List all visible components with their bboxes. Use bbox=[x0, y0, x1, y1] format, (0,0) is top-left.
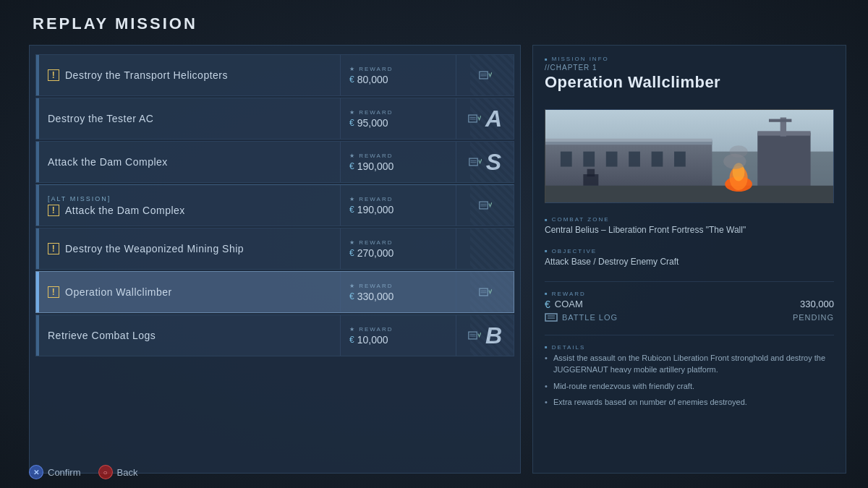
svg-rect-3 bbox=[469, 115, 477, 122]
detail-item: Extra rewards based on number of enemies… bbox=[545, 396, 834, 408]
control-btn-circle[interactable]: ○ bbox=[98, 465, 113, 479]
rank-badge: A bbox=[485, 106, 502, 132]
svg-rect-41 bbox=[545, 314, 557, 321]
mission-content: Retrieve Combat Logs bbox=[39, 315, 340, 356]
reward-label: ★ REWARD bbox=[349, 196, 447, 202]
objective-label: OBJECTIVE bbox=[545, 248, 834, 254]
euro-icon: € bbox=[349, 248, 354, 258]
reward-amount: 190,000 bbox=[357, 160, 394, 172]
mission-content: !Destroy the Transport Helicopters bbox=[39, 55, 340, 95]
log-check bbox=[468, 331, 481, 340]
svg-rect-40 bbox=[587, 169, 595, 176]
rank-badge: S bbox=[486, 149, 501, 176]
mission-name-text: Attack the Dam Complex bbox=[65, 205, 185, 216]
exclaim-icon: ! bbox=[48, 69, 59, 81]
svg-rect-9 bbox=[479, 202, 487, 209]
reward-value: € 10,000 bbox=[349, 334, 447, 346]
chapter-label: //CHAPTER 1 bbox=[545, 64, 834, 72]
mission-icons bbox=[456, 185, 514, 226]
mission-item-attack-dam-complex[interactable]: Attack the Dam Complex ★ REWARD € 190,00… bbox=[35, 141, 514, 183]
log-svg bbox=[479, 201, 492, 210]
svg-rect-0 bbox=[479, 72, 487, 79]
mission-item-retrieve-combat-logs[interactable]: Retrieve Combat Logs ★ REWARD € 10,000 B bbox=[35, 314, 514, 356]
mission-scene-svg bbox=[545, 110, 833, 203]
reward-amount: 80,000 bbox=[357, 74, 388, 85]
mission-icons bbox=[456, 55, 514, 95]
mission-list-panel[interactable]: !Destroy the Transport Helicopters ★ REW… bbox=[29, 45, 521, 474]
reward-currency: COAM bbox=[555, 299, 583, 309]
control-hint-confirm: ✕ Confirm bbox=[29, 465, 81, 479]
exclaim-icon: ! bbox=[48, 243, 59, 254]
mission-content: !Destroy the Weaponized Mining Ship bbox=[39, 228, 340, 269]
log-check bbox=[468, 114, 481, 123]
reward-label: ★ REWARD bbox=[349, 66, 447, 72]
mission-item-attack-dam-complex-alt[interactable]: [ALT MISSION] !Attack the Dam Complex ★ … bbox=[35, 184, 514, 226]
svg-rect-24 bbox=[606, 152, 618, 167]
control-hint-back: ○ Back bbox=[98, 465, 138, 479]
log-svg bbox=[479, 288, 492, 296]
mission-info-label: MISSION INFO bbox=[545, 56, 834, 62]
mission-item-destroy-tester-ac[interactable]: Destroy the Tester AC ★ REWARD € 95,000 … bbox=[35, 98, 514, 140]
reward-label: ★ REWARD bbox=[349, 239, 447, 246]
mission-name: Retrieve Combat Logs bbox=[48, 330, 331, 341]
control-label-confirm: Confirm bbox=[48, 467, 81, 478]
mission-name-text: Destroy the Transport Helicopters bbox=[65, 69, 228, 81]
battle-log-status: PENDING bbox=[793, 313, 834, 322]
mission-name: !Attack the Dam Complex bbox=[48, 205, 331, 216]
exclaim-icon: ! bbox=[48, 205, 59, 216]
reward-value: € 80,000 bbox=[349, 74, 447, 85]
mission-name: Destroy the Tester AC bbox=[48, 113, 331, 124]
reward-amount: 95,000 bbox=[357, 117, 388, 129]
reward-value: € 270,000 bbox=[349, 247, 447, 259]
mission-icons: S bbox=[456, 142, 514, 182]
divider-2 bbox=[545, 335, 834, 335]
detail-item: Mid-route rendezvous with friendly craft… bbox=[545, 380, 834, 393]
reward-amount: 270,000 bbox=[357, 247, 394, 259]
mission-reward: ★ REWARD € 80,000 bbox=[340, 55, 456, 95]
mission-title: Operation Wallclimber bbox=[545, 73, 834, 92]
detail-item: Assist the assault on the Rubicon Libera… bbox=[545, 352, 834, 376]
content-area: !Destroy the Transport Helicopters ★ REW… bbox=[29, 45, 846, 474]
reward-label: ★ REWARD bbox=[349, 109, 447, 116]
mission-reward: ★ REWARD € 95,000 bbox=[340, 98, 456, 139]
control-label-back: Back bbox=[117, 467, 138, 478]
svg-rect-12 bbox=[479, 288, 487, 296]
details-row: DETAILS Assist the assault on the Rubico… bbox=[545, 344, 834, 413]
svg-rect-23 bbox=[583, 152, 595, 167]
euro-icon: € bbox=[349, 74, 354, 85]
reward-amount: 330,000 bbox=[357, 291, 394, 302]
mission-content: [ALT MISSION] !Attack the Dam Complex bbox=[39, 185, 340, 226]
info-panel: MISSION INFO //CHAPTER 1 Operation Wallc… bbox=[532, 45, 846, 474]
mission-item-destroy-helicopters[interactable]: !Destroy the Transport Helicopters ★ REW… bbox=[35, 54, 514, 96]
mission-name-text: Destroy the Tester AC bbox=[48, 113, 153, 124]
reward-value: € 330,000 bbox=[349, 291, 447, 302]
mission-reward: ★ REWARD € 10,000 bbox=[340, 315, 456, 356]
mission-image bbox=[545, 109, 834, 203]
details-label: DETAILS bbox=[545, 344, 834, 351]
reward-amount: 330,000 bbox=[800, 299, 834, 309]
reward-amount: 10,000 bbox=[357, 334, 388, 346]
combat-zone-label: COMBAT ZONE bbox=[545, 216, 834, 223]
mission-info-section: MISSION INFO //CHAPTER 1 Operation Wallc… bbox=[545, 56, 834, 98]
log-icon bbox=[545, 313, 558, 322]
log-svg bbox=[479, 71, 492, 80]
objective-row: OBJECTIVE Attack Base / Destroy Enemy Cr… bbox=[545, 248, 834, 268]
mission-reward: ★ REWARD € 190,000 bbox=[340, 142, 456, 182]
mission-item-operation-wallclimber[interactable]: !Operation Wallclimber ★ REWARD € 330,00… bbox=[35, 271, 514, 313]
mission-content: !Operation Wallclimber bbox=[39, 272, 340, 312]
mission-name-text: Attack the Dam Complex bbox=[48, 156, 168, 168]
log-check bbox=[479, 71, 492, 80]
combat-zone-value: Central Belius – Liberation Front Fortre… bbox=[545, 224, 834, 236]
euro-icon: € bbox=[349, 118, 354, 128]
mission-reward: ★ REWARD € 190,000 bbox=[340, 185, 456, 226]
mission-name: !Destroy the Weaponized Mining Ship bbox=[48, 243, 331, 254]
euro-icon: € bbox=[349, 291, 354, 301]
control-btn-x[interactable]: ✕ bbox=[29, 465, 43, 479]
mission-icons bbox=[456, 228, 514, 269]
mission-item-destroy-mining-ship[interactable]: !Destroy the Weaponized Mining Ship ★ RE… bbox=[35, 228, 514, 270]
battle-log-left: BATTLE LOG bbox=[545, 313, 618, 322]
mission-name: Attack the Dam Complex bbox=[48, 156, 331, 168]
reward-detail-row: € COAM 330,000 bbox=[545, 299, 834, 310]
reward-value: € 190,000 bbox=[349, 204, 447, 215]
svg-rect-22 bbox=[561, 152, 572, 167]
